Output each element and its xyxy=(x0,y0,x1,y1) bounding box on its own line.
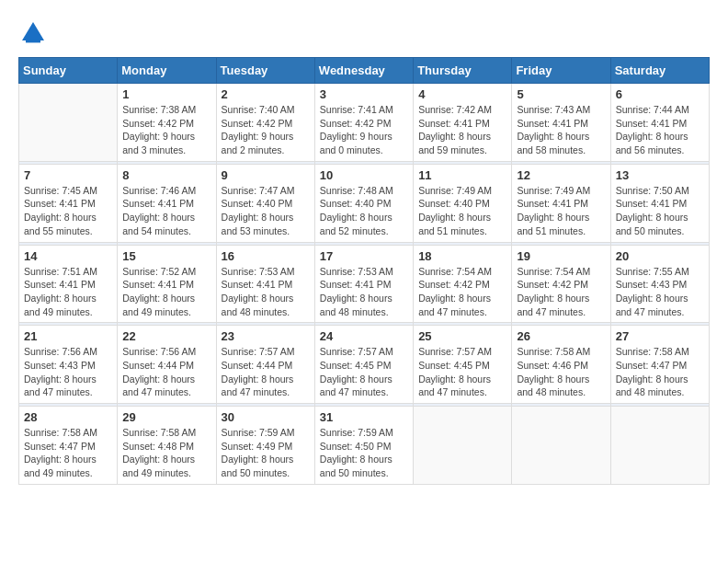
day-number: 26 xyxy=(517,329,605,343)
calendar-cell xyxy=(512,407,610,485)
calendar-week-row: 28Sunrise: 7:58 AM Sunset: 4:47 PM Dayli… xyxy=(19,407,710,485)
cell-info: Sunrise: 7:58 AM Sunset: 4:47 PM Dayligh… xyxy=(24,426,112,480)
calendar-cell: 1Sunrise: 7:38 AM Sunset: 4:42 PM Daylig… xyxy=(118,84,216,162)
day-header-monday: Monday xyxy=(118,58,216,84)
page-header xyxy=(18,18,710,48)
cell-info: Sunrise: 7:51 AM Sunset: 4:41 PM Dayligh… xyxy=(24,265,112,319)
day-number: 2 xyxy=(222,87,310,101)
day-number: 29 xyxy=(122,410,210,424)
calendar-week-row: 14Sunrise: 7:51 AM Sunset: 4:41 PM Dayli… xyxy=(19,245,710,323)
cell-info: Sunrise: 7:58 AM Sunset: 4:48 PM Dayligh… xyxy=(122,426,210,480)
calendar-cell: 18Sunrise: 7:54 AM Sunset: 4:42 PM Dayli… xyxy=(414,245,512,323)
calendar-cell: 9Sunrise: 7:47 AM Sunset: 4:40 PM Daylig… xyxy=(216,164,314,242)
calendar-cell: 19Sunrise: 7:54 AM Sunset: 4:42 PM Dayli… xyxy=(512,245,610,323)
cell-info: Sunrise: 7:48 AM Sunset: 4:40 PM Dayligh… xyxy=(320,184,408,238)
calendar-cell: 3Sunrise: 7:41 AM Sunset: 4:42 PM Daylig… xyxy=(314,84,413,162)
day-number: 9 xyxy=(222,168,310,182)
day-number: 16 xyxy=(222,249,310,263)
calendar-cell: 6Sunrise: 7:44 AM Sunset: 4:41 PM Daylig… xyxy=(610,84,709,162)
calendar-cell: 5Sunrise: 7:43 AM Sunset: 4:41 PM Daylig… xyxy=(512,84,610,162)
calendar-cell: 16Sunrise: 7:53 AM Sunset: 4:41 PM Dayli… xyxy=(216,245,314,323)
calendar-cell: 23Sunrise: 7:57 AM Sunset: 4:44 PM Dayli… xyxy=(216,326,314,404)
calendar-cell: 25Sunrise: 7:57 AM Sunset: 4:45 PM Dayli… xyxy=(414,326,512,404)
cell-info: Sunrise: 7:40 AM Sunset: 4:42 PM Dayligh… xyxy=(222,103,310,157)
calendar-cell: 14Sunrise: 7:51 AM Sunset: 4:41 PM Dayli… xyxy=(19,245,118,323)
day-number: 30 xyxy=(222,410,310,424)
cell-info: Sunrise: 7:53 AM Sunset: 4:41 PM Dayligh… xyxy=(222,265,310,319)
cell-info: Sunrise: 7:58 AM Sunset: 4:46 PM Dayligh… xyxy=(517,345,605,399)
day-number: 10 xyxy=(320,168,408,182)
calendar-header-row: SundayMondayTuesdayWednesdayThursdayFrid… xyxy=(19,58,710,84)
calendar-cell: 2Sunrise: 7:40 AM Sunset: 4:42 PM Daylig… xyxy=(216,84,314,162)
day-number: 23 xyxy=(222,329,310,343)
cell-info: Sunrise: 7:50 AM Sunset: 4:41 PM Dayligh… xyxy=(616,184,704,238)
calendar-table: SundayMondayTuesdayWednesdayThursdayFrid… xyxy=(18,57,710,485)
cell-info: Sunrise: 7:41 AM Sunset: 4:42 PM Dayligh… xyxy=(320,103,408,157)
calendar-cell: 31Sunrise: 7:59 AM Sunset: 4:50 PM Dayli… xyxy=(314,407,413,485)
calendar-cell: 13Sunrise: 7:50 AM Sunset: 4:41 PM Dayli… xyxy=(610,164,709,242)
calendar-cell: 4Sunrise: 7:42 AM Sunset: 4:41 PM Daylig… xyxy=(414,84,512,162)
calendar-cell: 20Sunrise: 7:55 AM Sunset: 4:43 PM Dayli… xyxy=(610,245,709,323)
cell-info: Sunrise: 7:53 AM Sunset: 4:41 PM Dayligh… xyxy=(320,265,408,319)
day-number: 12 xyxy=(517,168,605,182)
cell-info: Sunrise: 7:54 AM Sunset: 4:42 PM Dayligh… xyxy=(418,265,506,319)
cell-info: Sunrise: 7:49 AM Sunset: 4:41 PM Dayligh… xyxy=(517,184,605,238)
day-number: 13 xyxy=(616,168,704,182)
cell-info: Sunrise: 7:52 AM Sunset: 4:41 PM Dayligh… xyxy=(122,265,210,319)
day-number: 19 xyxy=(517,249,605,263)
calendar-cell: 29Sunrise: 7:58 AM Sunset: 4:48 PM Dayli… xyxy=(118,407,216,485)
day-number: 21 xyxy=(24,329,112,343)
cell-info: Sunrise: 7:58 AM Sunset: 4:47 PM Dayligh… xyxy=(616,345,704,399)
day-number: 15 xyxy=(122,249,210,263)
day-number: 11 xyxy=(418,168,506,182)
day-header-wednesday: Wednesday xyxy=(314,58,413,84)
cell-info: Sunrise: 7:45 AM Sunset: 4:41 PM Dayligh… xyxy=(24,184,112,238)
svg-rect-1 xyxy=(26,39,40,42)
calendar-cell: 26Sunrise: 7:58 AM Sunset: 4:46 PM Dayli… xyxy=(512,326,610,404)
calendar-cell: 28Sunrise: 7:58 AM Sunset: 4:47 PM Dayli… xyxy=(19,407,118,485)
cell-info: Sunrise: 7:44 AM Sunset: 4:41 PM Dayligh… xyxy=(616,103,704,157)
day-header-friday: Friday xyxy=(512,58,610,84)
cell-info: Sunrise: 7:57 AM Sunset: 4:45 PM Dayligh… xyxy=(418,345,506,399)
calendar-cell: 22Sunrise: 7:56 AM Sunset: 4:44 PM Dayli… xyxy=(118,326,216,404)
calendar-body: 1Sunrise: 7:38 AM Sunset: 4:42 PM Daylig… xyxy=(19,84,710,485)
day-number: 1 xyxy=(122,87,210,101)
day-number: 22 xyxy=(122,329,210,343)
day-number: 28 xyxy=(24,410,112,424)
day-number: 8 xyxy=(122,168,210,182)
day-number: 6 xyxy=(616,87,704,101)
calendar-week-row: 21Sunrise: 7:56 AM Sunset: 4:43 PM Dayli… xyxy=(19,326,710,404)
cell-info: Sunrise: 7:47 AM Sunset: 4:40 PM Dayligh… xyxy=(222,184,310,238)
day-number: 18 xyxy=(418,249,506,263)
calendar-cell: 27Sunrise: 7:58 AM Sunset: 4:47 PM Dayli… xyxy=(610,326,709,404)
cell-info: Sunrise: 7:57 AM Sunset: 4:44 PM Dayligh… xyxy=(222,345,310,399)
day-number: 31 xyxy=(320,410,408,424)
day-number: 14 xyxy=(24,249,112,263)
cell-info: Sunrise: 7:54 AM Sunset: 4:42 PM Dayligh… xyxy=(517,265,605,319)
day-header-saturday: Saturday xyxy=(610,58,709,84)
calendar-week-row: 1Sunrise: 7:38 AM Sunset: 4:42 PM Daylig… xyxy=(19,84,710,162)
calendar-cell xyxy=(414,407,512,485)
cell-info: Sunrise: 7:57 AM Sunset: 4:45 PM Dayligh… xyxy=(320,345,408,399)
day-number: 24 xyxy=(320,329,408,343)
cell-info: Sunrise: 7:59 AM Sunset: 4:50 PM Dayligh… xyxy=(320,426,408,480)
calendar-cell: 15Sunrise: 7:52 AM Sunset: 4:41 PM Dayli… xyxy=(118,245,216,323)
day-header-thursday: Thursday xyxy=(414,58,512,84)
svg-marker-0 xyxy=(22,22,44,40)
calendar-cell xyxy=(610,407,709,485)
calendar-cell: 11Sunrise: 7:49 AM Sunset: 4:40 PM Dayli… xyxy=(414,164,512,242)
cell-info: Sunrise: 7:43 AM Sunset: 4:41 PM Dayligh… xyxy=(517,103,605,157)
cell-info: Sunrise: 7:59 AM Sunset: 4:49 PM Dayligh… xyxy=(222,426,310,480)
cell-info: Sunrise: 7:42 AM Sunset: 4:41 PM Dayligh… xyxy=(418,103,506,157)
calendar-cell: 17Sunrise: 7:53 AM Sunset: 4:41 PM Dayli… xyxy=(314,245,413,323)
calendar-cell: 10Sunrise: 7:48 AM Sunset: 4:40 PM Dayli… xyxy=(314,164,413,242)
day-number: 7 xyxy=(24,168,112,182)
calendar-cell: 7Sunrise: 7:45 AM Sunset: 4:41 PM Daylig… xyxy=(19,164,118,242)
day-number: 20 xyxy=(616,249,704,263)
logo xyxy=(18,18,51,48)
calendar-cell: 24Sunrise: 7:57 AM Sunset: 4:45 PM Dayli… xyxy=(314,326,413,404)
cell-info: Sunrise: 7:56 AM Sunset: 4:44 PM Dayligh… xyxy=(122,345,210,399)
calendar-cell: 8Sunrise: 7:46 AM Sunset: 4:41 PM Daylig… xyxy=(118,164,216,242)
day-number: 4 xyxy=(418,87,506,101)
day-number: 25 xyxy=(418,329,506,343)
